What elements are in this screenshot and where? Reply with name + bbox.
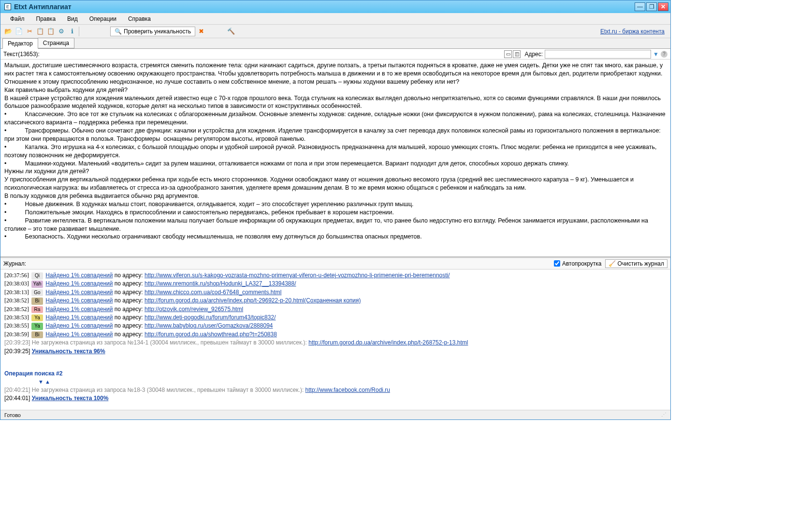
copy-icon[interactable]: 📋 (35, 27, 45, 36)
search-engine-badge: Ra (31, 306, 43, 314)
log-timestamp: [20:38:13] (4, 289, 29, 296)
log-entry: [20:38:52] Ra Найдено 1% совпадений по а… (4, 305, 667, 314)
info-icon[interactable]: ℹ (67, 27, 77, 36)
search-engine-badge: Bi (31, 331, 43, 339)
match-url[interactable]: http://forum.gorod.dp.ua/archive/index.p… (145, 297, 361, 304)
clear-log-label: Очистить журнал (617, 260, 664, 267)
etxt-link[interactable]: Etxt.ru - биржа контента (600, 28, 665, 35)
open-icon[interactable]: 📂 (3, 27, 13, 36)
log-timestamp: [20:38:03] (4, 280, 29, 287)
status-bar: Готово ⋰ (0, 410, 670, 419)
autoscroll-checkbox[interactable] (554, 260, 560, 267)
paste-icon[interactable]: 📋 (46, 27, 56, 36)
match-url[interactable]: http://www.nremontik.ru/shop/Hodunki_LA3… (145, 280, 296, 287)
timeout-url[interactable]: http://forum.gorod.dp.ua/archive/index.p… (308, 339, 468, 346)
search-engine-badge: Go (31, 289, 43, 297)
log-header: Журнал: Автопрокрутка 🧹 Очистить журнал (0, 258, 670, 269)
log-timestamp: [20:38:59] (4, 331, 29, 338)
match-text: Найдено 1% совпадений (45, 289, 113, 296)
log-entry: [20:37:56] Qi Найдено 1% совпадений по а… (4, 271, 667, 280)
autoscroll-label: Автопрокрутка (562, 260, 601, 267)
new-icon[interactable]: 📄 (14, 27, 24, 36)
document-text-pane[interactable]: Малыши, достигшие шестимесячного возраст… (0, 60, 670, 258)
by-address-text: по адресу: (113, 272, 145, 279)
tab-editor[interactable]: Редактор (2, 38, 38, 49)
check-label: Проверить уникальность (124, 28, 191, 35)
log-timestamp: [20:38:52] (4, 297, 29, 304)
address-input[interactable] (545, 50, 651, 59)
menu-operations[interactable]: Операции (84, 14, 122, 24)
log-title: Журнал: (3, 260, 26, 267)
uniqueness-text[interactable]: Уникальность текста 100% (32, 395, 109, 402)
by-address-text: по адресу: (113, 314, 145, 321)
check-uniqueness-button[interactable]: 🔍 Проверить уникальность (110, 27, 195, 36)
brush-icon: 🧹 (609, 260, 616, 267)
address-label: Адрес: (524, 51, 543, 58)
settings-icon[interactable]: ⚙ (57, 27, 66, 36)
document-text: Малыши, достигшие шестимесячного возраст… (4, 62, 667, 240)
dropdown-icon[interactable]: ▼ (653, 51, 659, 58)
cancel-icon[interactable]: ✖ (196, 27, 206, 36)
log-entry: [20:38:53] Ya Найдено 1% совпадений по а… (4, 314, 667, 322)
log-timestamp: [20:38:55] (4, 322, 29, 329)
tab-page[interactable]: Страница (38, 38, 74, 48)
menu-file[interactable]: Файл (4, 14, 30, 24)
log-timestamp: [20:38:52] (4, 306, 29, 313)
log-entry: [20:38:55] Ya Найдено 1% совпадений по а… (4, 322, 667, 330)
timeout-url[interactable]: http://www.facebook.com/Rodi.ru (305, 387, 390, 393)
search-engine-badge: Ya (31, 323, 43, 330)
search-engine-badge: Qi (31, 272, 43, 280)
by-address-text: по адресу: (113, 289, 145, 296)
log-timestamp: [20:39:23] (4, 339, 30, 346)
tab-bar: Редактор Страница (0, 38, 670, 49)
match-url[interactable]: http://forum.gorod.dp.ua/showthread.php?… (145, 331, 277, 338)
view-mode-2-button[interactable]: ◫ (513, 50, 521, 58)
match-text: Найдено 1% совпадений (45, 280, 113, 287)
log-timeout: [20:39:23] Не загружена страница из запр… (4, 339, 667, 347)
clear-log-button[interactable]: 🧹 Очистить журнал (605, 259, 667, 268)
log-timestamp: [20:44:01] (4, 395, 32, 402)
match-url[interactable]: http://otzovik.com/review_926575.html (145, 306, 243, 313)
timeout-text: Не загружена страница из запроса №18-3 (… (30, 387, 305, 393)
uniqueness-result: [20:39:25] Уникальность текста 96% (4, 347, 667, 356)
log-pane[interactable]: [20:37:56] Qi Найдено 1% совпадений по а… (0, 269, 670, 410)
maximize-button[interactable]: ❐ (646, 2, 657, 11)
log-timeout: [20:40:21] Не загружена страница из запр… (4, 386, 667, 394)
menu-help[interactable]: Справка (122, 14, 157, 24)
menu-bar: Файл Правка Вид Операции Справка (0, 13, 670, 25)
hammer-icon[interactable]: 🔨 (226, 27, 236, 36)
match-text: Найдено 1% совпадений (45, 297, 113, 304)
sort-arrows-icon[interactable]: ▼ ▲ (38, 378, 667, 386)
operation-header: Операция поиска #2 (4, 370, 667, 378)
by-address-text: по адресу: (113, 297, 145, 304)
timeout-text: Не загружена страница из запроса №134-1 … (30, 339, 308, 346)
uniqueness-text[interactable]: Уникальность текста 96% (32, 348, 105, 355)
search-engine-badge: Yah (31, 281, 43, 288)
minimize-button[interactable]: — (635, 2, 645, 11)
match-url[interactable]: http://www.babyblog.ru/user/Gomazkova/28… (145, 322, 273, 329)
close-button[interactable]: ✕ (658, 2, 668, 11)
search-engine-badge: Bi (31, 298, 43, 305)
by-address-text: по адресу: (113, 322, 145, 329)
log-entry: [20:38:03] Yah Найдено 1% совпадений по … (4, 280, 667, 288)
title-bar: E Etxt Антиплагиат — ❐ ✕ (0, 0, 670, 13)
menu-edit[interactable]: Правка (30, 14, 62, 24)
help-icon[interactable]: ? (661, 51, 667, 58)
match-url[interactable]: http://www.chicco.com.ua/cod-67648_comme… (145, 289, 281, 296)
by-address-text: по адресу: (113, 306, 145, 313)
match-text: Найдено 1% совпадений (45, 331, 113, 338)
uniqueness-result: [20:44:01] Уникальность текста 100% (4, 394, 667, 403)
menu-view[interactable]: Вид (61, 14, 84, 24)
status-text: Готово (4, 412, 21, 418)
view-mode-1-button[interactable]: ▭ (504, 50, 512, 58)
by-address-text: по адресу: (113, 331, 145, 338)
resize-grip-icon[interactable]: ⋰ (661, 412, 667, 418)
log-timestamp: [20:39:25] (4, 348, 32, 355)
text-count-label: Текст(13653): (3, 51, 40, 58)
log-entry: [20:38:59] Bi Найдено 1% совпадений по а… (4, 330, 667, 339)
window-title: Etxt Антиплагиат (14, 3, 635, 11)
match-url[interactable]: http://www.viferon.su/s-kakogo-vozrasta-… (145, 272, 450, 279)
log-timestamp: [20:38:53] (4, 314, 29, 321)
match-url[interactable]: http://www.deti-pogodki.ru/forum/forum43… (145, 314, 276, 321)
cut-icon[interactable]: ✂ (25, 27, 34, 36)
